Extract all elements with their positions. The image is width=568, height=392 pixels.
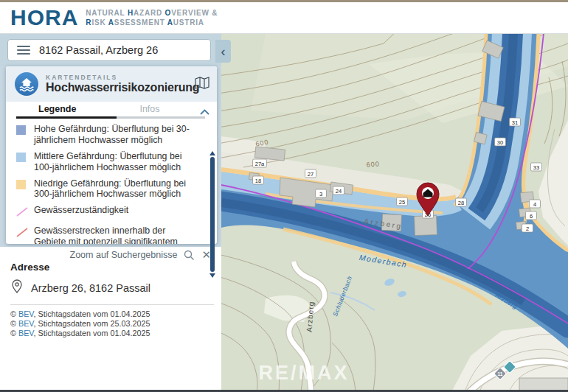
legend-item: Niedrige Gefährdung: Überflutung bei 300… (16, 178, 199, 200)
house-number: 30 (497, 139, 503, 146)
responsibility-line-swatch (16, 206, 28, 220)
search-bar: 8162 Passail, Arzberg 26 (0, 33, 221, 66)
legend-item: Hohe Gefährdung: Überflutung bei 30-jähr… (16, 124, 199, 146)
hazard-low-swatch (16, 180, 26, 189)
flood-icon (15, 72, 38, 96)
search-icon[interactable] (184, 250, 195, 261)
zoom-results-row: Zoom auf Suchergebnisse ✕ (0, 248, 211, 262)
card-header: KARTENDETAILS Hochwasserrisikozonierung (6, 66, 217, 102)
credit-line: © BEV, Stichtagsdaten vom 01.04.2025 (10, 329, 214, 338)
hora-app: 27a2718324252628313033462 600600ArzbergM… (0, 0, 568, 392)
map-canvas[interactable]: 27a2718324252628313033462 600600ArzbergM… (221, 33, 568, 392)
house-number: 33 (533, 164, 539, 171)
subtitle-letter: A (108, 18, 114, 27)
search-value: 8162 Passail, Arzberg 26 (39, 44, 158, 56)
sidebar: 8162 Passail, Arzberg 26 KARTENDETAILS (0, 33, 221, 392)
subtitle-letter: H (128, 9, 134, 17)
hora-logo: HORA (10, 7, 78, 29)
hazard-medium-swatch (16, 153, 26, 162)
subtitle-letter: VERVIEW & (171, 9, 218, 17)
hazard-high-swatch (16, 125, 26, 135)
subtitle-letter: O (165, 9, 172, 17)
card-head-text: KARTENDETAILS Hochwasserrisikozonierung (46, 74, 192, 94)
house-number: 18 (255, 178, 261, 184)
map-icon[interactable] (195, 77, 209, 92)
legend-item-label: Niedrige Gefährdung: Überflutung bei 300… (34, 178, 199, 200)
card-kicker: KARTENDETAILS (46, 74, 192, 81)
house-number: 4 (533, 201, 536, 208)
app-header: HORA NATURAL HAZARD OVERVIEW & RISK ASSE… (0, 2, 568, 34)
legend-item: Gewässerzuständigkeit (16, 205, 199, 220)
legend-item-label: Gewässerzuständigkeit (34, 205, 128, 220)
legend-list: Hohe Gefährdung: Überflutung bei 30-jähr… (6, 119, 217, 244)
poi-label: 11 (498, 371, 503, 377)
address-value: Arzberg 26, 8162 Passail (31, 282, 150, 294)
search-input[interactable]: 8162 Passail, Arzberg 26 (7, 39, 211, 61)
map-area[interactable]: 27a2718324252628313033462 600600ArzbergM… (221, 33, 568, 392)
subtitle-letter: AZARD (134, 9, 165, 17)
bev-link[interactable]: BEV (18, 309, 34, 318)
pin-icon (10, 279, 24, 297)
bev-link[interactable]: BEV (18, 329, 34, 337)
subtitle-letter: USTRIA (173, 18, 204, 27)
house-number: 27 (308, 171, 314, 178)
chevron-up-icon[interactable] (200, 105, 209, 118)
subtitle-letter: NATURAL (86, 9, 128, 17)
subtitle-letter: A (167, 18, 173, 27)
address-heading: Adresse (10, 262, 214, 273)
tab-legende[interactable]: Legende (38, 104, 76, 114)
house-number: 24 (336, 188, 342, 195)
address-block: Adresse Arzberg 26, 8162 Passail © BEV, … (10, 262, 214, 339)
credit-line: © BEV, Stichtagsdaten vom 01.04.2025 (10, 309, 214, 319)
risk-line-swatch (16, 227, 28, 244)
divider (10, 304, 214, 305)
subtitle-line1: NATURAL HAZARD OVERVIEW & (86, 8, 218, 18)
subtitle-line2: RISK ASSESSMENT AUSTRIA (86, 18, 218, 28)
panel-tabs: Legende Infos (6, 102, 217, 116)
house-number: 25 (399, 199, 405, 206)
house-number: 3 (319, 191, 322, 197)
house-number: 27a (255, 161, 265, 167)
legend-item-label: Hohe Gefährdung: Überflutung bei 30-jähr… (34, 124, 199, 146)
house-number: 2 (526, 225, 529, 232)
contour-label: 600 (366, 160, 380, 169)
legend-item: Mittlere Gefährdung: Überflutung bei 100… (16, 151, 199, 173)
tab-infos[interactable]: Infos (139, 104, 159, 114)
hora-subtitle: NATURAL HAZARD OVERVIEW & RISK ASSESSMEN… (86, 8, 218, 28)
address-line: Arzberg 26, 8162 Passail (10, 279, 214, 297)
legend-item-label: Mittlere Gefährdung: Überflutung bei 100… (34, 151, 199, 173)
bev-link[interactable]: BEV (18, 319, 34, 328)
top-edge (0, 0, 568, 2)
house-number: 28 (458, 200, 464, 206)
map-details-card: KARTENDETAILS Hochwasserrisikozonierung … (6, 66, 217, 244)
card-title: Hochwasserrisikozonierung (46, 81, 192, 94)
subtitle-letter: SSESSMENT (114, 18, 167, 27)
subtitle-letter: ISK (91, 18, 108, 27)
menu-icon[interactable] (17, 46, 30, 55)
close-icon[interactable]: ✕ (201, 248, 211, 262)
house-number: 6 (530, 213, 533, 220)
house-number: 31 (512, 119, 518, 126)
sidebar-collapse-button[interactable]: ‹ (215, 40, 231, 63)
credits: © BEV, Stichtagsdaten vom 01.04.2025© BE… (10, 309, 214, 339)
scroll-up-arrow[interactable] (209, 151, 215, 155)
remax-watermark: RE/MAX (258, 362, 349, 384)
legend-item: Gewässerstrecken innerhalb der Gebiete m… (16, 225, 199, 244)
credit-line: © BEV, Stichtagsdaten vom 25.03.2025 (10, 319, 214, 329)
chevron-left-icon: ‹ (221, 45, 226, 58)
zoom-results-label[interactable]: Zoom auf Suchergebnisse (70, 250, 178, 260)
legend-item-label: Gewässerstrecken innerhalb der Gebiete m… (34, 225, 199, 244)
